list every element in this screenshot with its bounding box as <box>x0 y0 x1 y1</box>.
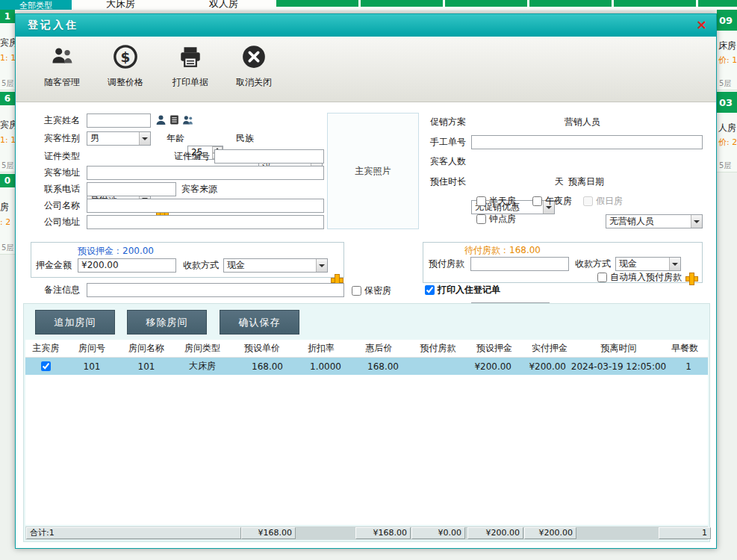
room-tile[interactable]: 0 房 : 2 5层 <box>0 174 15 255</box>
tab-all-room-types[interactable]: 全部类型 <box>0 0 72 10</box>
col-header[interactable]: 预设押金 <box>465 340 523 357</box>
autofill-label: 自动填入预付房款 <box>610 271 682 284</box>
companion-add-icon[interactable] <box>182 114 193 128</box>
room-grid-sliver <box>445 0 527 7</box>
footer-prepay: ¥0.00 <box>411 527 465 539</box>
room-price: : 2 <box>0 217 10 227</box>
checkbox[interactable] <box>476 214 486 224</box>
col-header[interactable]: 实付押金 <box>523 340 576 357</box>
remark-label: 备注信息 <box>44 283 80 297</box>
half-day-checkbox[interactable]: 半天房 <box>476 195 516 208</box>
chevron-down-icon[interactable] <box>316 259 327 272</box>
manual-no-input[interactable] <box>471 135 703 149</box>
col-header[interactable]: 早餐数 <box>662 340 708 357</box>
guest-photo-box[interactable]: 主宾照片 <box>327 113 419 229</box>
id-type-label: 证件类型 <box>44 149 80 164</box>
table-header-row: 主宾房 房间号 房间名称 房间类型 预设单价 折扣率 惠后价 预付房款 预设押金… <box>25 340 708 358</box>
col-header[interactable]: 折扣率 <box>295 340 347 357</box>
prepay-input[interactable] <box>470 257 569 271</box>
deposit-amount-input[interactable]: ¥200.00 <box>78 258 176 273</box>
col-header[interactable]: 主宾房 <box>25 340 66 357</box>
phone-label: 联系电话 <box>44 182 80 196</box>
promo-label: 促销方案 <box>430 115 466 129</box>
autofill-prepay-checkbox[interactable]: 自动填入预付房款 <box>597 271 682 284</box>
gender-value: 男 <box>90 133 99 143</box>
add-room-button[interactable]: 追加房间 <box>35 310 115 335</box>
main-guest-checkbox[interactable] <box>41 361 51 371</box>
cell-room-name: 101 <box>117 358 175 375</box>
duration-label: 预住时长 <box>430 175 466 189</box>
checkbox[interactable] <box>532 196 542 206</box>
guest-name-input[interactable] <box>87 113 151 128</box>
deposit-method-select[interactable]: 现金 <box>223 258 328 273</box>
hourly-checkbox[interactable]: 钟点房 <box>476 213 516 225</box>
secret-room-checkbox[interactable]: 保密房 <box>352 284 391 297</box>
chevron-down-icon[interactable] <box>691 215 702 228</box>
room-price: 价: 1 <box>718 55 737 66</box>
print-registration-checkbox[interactable]: 打印入住登记单 <box>425 284 500 296</box>
midnight-checkbox[interactable]: 午夜房 <box>532 195 572 208</box>
remark-input[interactable] <box>87 283 344 297</box>
room-type: 房 <box>0 201 9 214</box>
checkbox[interactable] <box>597 273 607 282</box>
col-header[interactable]: 房间号 <box>66 340 117 357</box>
chevron-down-icon[interactable] <box>669 258 680 270</box>
guest-lookup-icon[interactable] <box>155 114 167 128</box>
room-floor: 5层 <box>1 161 13 171</box>
tab-big-bed-room[interactable]: 大床房 <box>106 0 135 10</box>
table-footer-bar: 合计:1 ¥168.00 ¥168.00 ¥0.00 ¥200.00 ¥200.… <box>25 526 708 540</box>
deposit-method-label: 收款方式 <box>183 258 219 273</box>
gender-select[interactable]: 男 <box>87 131 151 146</box>
checkin-dialog: 登记入住 × 随客管理 $ 调整价格 <box>15 13 717 549</box>
col-header[interactable]: 房间类型 <box>175 340 229 357</box>
guest-name-label: 主宾姓名 <box>44 113 80 128</box>
table-row[interactable]: 101 101 大床房 168.00 1.0000 168.00 ¥200.00… <box>25 358 708 375</box>
phone-input[interactable] <box>87 182 176 196</box>
prepay-method-label: 收款方式 <box>575 257 611 271</box>
checkbox[interactable] <box>476 196 486 206</box>
confirm-save-button[interactable]: 确认保存 <box>220 310 299 335</box>
room-tile[interactable]: 6 宾房 1: 1 5层 <box>0 92 15 172</box>
history-book-icon[interactable] <box>169 114 180 128</box>
tab-double-room[interactable]: 双人房 <box>209 0 238 10</box>
room-tile[interactable]: 09 床房 价: 1 5层 <box>717 10 737 90</box>
col-header[interactable]: 预付房款 <box>411 340 465 357</box>
footer-final-price: ¥168.00 <box>355 527 411 539</box>
printer-icon <box>178 44 203 72</box>
room-tile[interactable]: 03 人房 价: 2 5层 <box>717 92 737 172</box>
company-input[interactable] <box>87 199 324 213</box>
room-table: 主宾房 房间号 房间名称 房间类型 预设单价 折扣率 惠后价 预付房款 预设押金… <box>25 340 708 525</box>
company-address-label: 公司地址 <box>44 215 80 229</box>
remove-room-button[interactable]: 移除房间 <box>127 310 207 335</box>
print-receipt-button[interactable]: 打印单据 <box>161 44 220 96</box>
add-prepay-method-icon[interactable] <box>685 273 697 284</box>
col-header[interactable]: 房间名称 <box>117 340 175 357</box>
marketer-select[interactable]: 无营销人员 <box>606 214 703 228</box>
pending-payment-hint: 待付房款：168.00 <box>464 244 541 257</box>
cell-depart-time: 2024-03-19 12:05:00 <box>576 358 662 375</box>
room-number: 09 <box>719 15 733 26</box>
manual-no-label: 手工单号 <box>430 135 466 149</box>
id-no-input[interactable] <box>214 149 324 164</box>
company-address-input[interactable] <box>87 215 324 229</box>
room-grid-sliver <box>276 0 358 7</box>
col-header[interactable]: 预离时间 <box>576 340 662 357</box>
col-header[interactable]: 惠后价 <box>347 340 411 357</box>
checkbox[interactable] <box>352 286 361 296</box>
col-header[interactable]: 预设单价 <box>229 340 295 357</box>
footer-paid-deposit: ¥200.00 <box>524 527 576 539</box>
dialog-titlebar[interactable]: 登记入住 × <box>16 14 716 37</box>
room-tile[interactable]: 1 宾房 1: 1 5层 <box>0 10 15 90</box>
close-icon[interactable]: × <box>696 17 707 32</box>
checkbox[interactable] <box>425 285 435 295</box>
cancel-close-button[interactable]: 取消关闭 <box>224 44 284 96</box>
room-price: 价: 2 <box>718 137 737 148</box>
prepay-method-select[interactable]: 现金 <box>615 257 681 271</box>
room-grid-sliver <box>361 0 443 7</box>
guest-address-input[interactable] <box>87 166 324 180</box>
chevron-down-icon[interactable] <box>139 132 150 145</box>
people-icon <box>49 44 75 72</box>
footer-breakfast: 1 <box>659 527 711 539</box>
companion-manage-button[interactable]: 随客管理 <box>32 44 92 96</box>
adjust-price-button[interactable]: $ 调整价格 <box>96 44 155 96</box>
